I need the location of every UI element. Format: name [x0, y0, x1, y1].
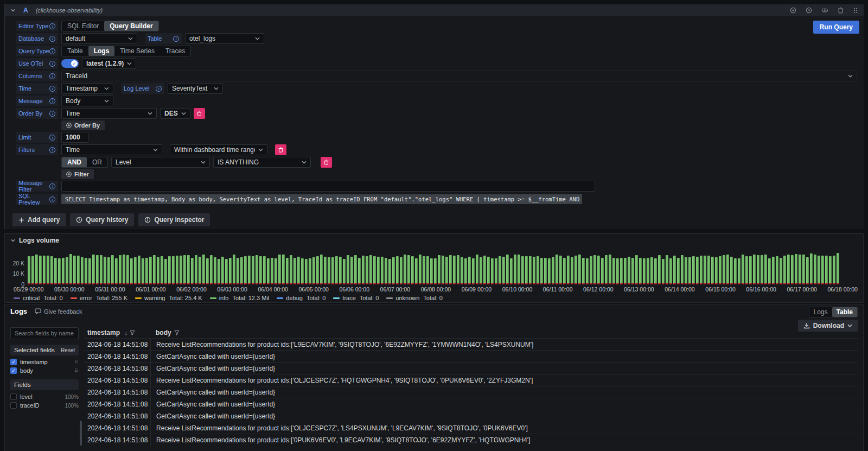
query-inspector-button[interactable]: Query inspector [138, 213, 210, 226]
filter-icon[interactable] [130, 330, 135, 335]
legend-item-unknown[interactable]: unknownTotal: 0 [386, 295, 443, 301]
volume-bar [301, 258, 304, 284]
fields-list: level 100% traceID 100% [10, 393, 79, 409]
sidebar-scrollbar[interactable] [80, 421, 82, 446]
otel-version-select[interactable]: latest (1.2.9) [82, 58, 136, 69]
hide-response-eye-icon[interactable] [821, 7, 828, 14]
drag-handle-icon[interactable]: ⠿ [74, 360, 79, 364]
view-table-option[interactable]: Table [832, 307, 857, 317]
log-table-row[interactable]: 2024-06-18 14:51:08 GetCartAsync called … [84, 398, 858, 410]
checkbox-checked[interactable]: ✓ [10, 359, 17, 365]
sort-desc-icon[interactable]: ↓ [124, 329, 127, 336]
y-tick-label: 20 K [12, 260, 24, 266]
info-icon[interactable]: i [49, 73, 55, 79]
info-icon[interactable]: i [49, 196, 55, 202]
sql-editor-option[interactable]: SQL Editor [62, 21, 104, 31]
log-table-row[interactable]: 2024-06-18 14:51:08 Receive ListRecommen… [84, 338, 858, 350]
info-icon[interactable]: i [49, 86, 55, 92]
or-option[interactable]: OR [87, 157, 107, 167]
give-feedback-link[interactable]: Give feedback [35, 308, 82, 315]
query-history-button[interactable]: Query history [70, 213, 134, 226]
volume-bar [806, 257, 809, 284]
info-icon[interactable]: i [49, 135, 55, 141]
checkbox-unchecked[interactable] [10, 402, 17, 409]
database-select[interactable]: default [61, 33, 137, 44]
remove-order-by-button[interactable] [194, 108, 205, 119]
table-select[interactable]: otel_logs [185, 33, 264, 44]
drag-handle-icon[interactable] [853, 7, 858, 14]
message-column-select[interactable]: Body [61, 96, 113, 106]
use-otel-toggle[interactable]: ✓ [61, 59, 79, 68]
run-query-button[interactable]: Run Query [813, 21, 859, 34]
use-otel-label: Use OTeli [16, 58, 58, 69]
volume-bar [305, 259, 308, 284]
info-icon[interactable]: i [49, 48, 55, 54]
add-order-by-button[interactable]: Order By [61, 120, 105, 130]
query-type-table[interactable]: Table [62, 46, 88, 56]
and-option[interactable]: AND [62, 157, 87, 167]
info-icon[interactable]: i [49, 23, 55, 29]
add-query-button[interactable]: Add query [12, 213, 66, 226]
info-icon[interactable]: i [49, 147, 55, 153]
legend-color-dash [210, 297, 216, 299]
remove-query-trash-icon[interactable] [838, 7, 844, 14]
remove-filter-button[interactable] [275, 144, 286, 155]
reset-fields-button[interactable]: Reset [61, 347, 75, 353]
message-filter-input[interactable] [61, 181, 595, 192]
order-by-field-select[interactable]: Time [61, 108, 157, 119]
time-column-select[interactable]: Timestamp [61, 83, 113, 94]
filter2-operator-select[interactable]: IS ANYTHING [213, 157, 311, 168]
legend-item-critical[interactable]: criticalTotal: 0 [14, 295, 63, 301]
legend-item-trace[interactable]: traceTotal: 0 [333, 295, 379, 301]
query-type-logs[interactable]: Logs [88, 46, 115, 56]
log-table-row[interactable]: 2024-06-18 14:51:08 Receive ListRecommen… [84, 434, 858, 446]
collapse-chevron-icon[interactable] [10, 8, 16, 13]
checkbox-unchecked[interactable] [10, 393, 17, 400]
legend-item-warning[interactable]: warningTotal: 25.4 K [135, 295, 202, 301]
checkbox-checked[interactable]: ✓ [10, 367, 17, 374]
volume-bar [366, 256, 368, 284]
order-direction-select[interactable]: DESC [160, 108, 190, 119]
volume-bar [123, 255, 125, 284]
log-level-select[interactable]: SeverityText [168, 83, 223, 94]
query-type-traces[interactable]: Traces [160, 46, 190, 56]
view-logs-option[interactable]: Logs [809, 307, 832, 317]
info-icon[interactable]: i [173, 36, 179, 42]
trash-icon [324, 160, 329, 165]
duplicate-query-icon[interactable] [790, 7, 796, 14]
log-table-row[interactable]: 2024-06-18 14:51:08 Receive ListRecommen… [84, 374, 858, 386]
history-icon[interactable] [806, 7, 812, 14]
info-icon[interactable]: i [49, 61, 55, 67]
add-filter-button[interactable]: Filter [61, 169, 94, 179]
info-icon[interactable]: i [49, 98, 55, 104]
remove-filter2-button[interactable] [321, 157, 332, 168]
query-builder-option[interactable]: Query Builder [104, 21, 158, 31]
filter2-field-select[interactable]: Level [111, 157, 210, 168]
query-editor-form: Editor Typei SQL Editor Query Builder Da… [5, 16, 864, 226]
info-icon[interactable]: i [49, 111, 55, 117]
log-table-row[interactable]: 2024-06-18 14:51:08 GetCartAsync called … [84, 410, 858, 422]
body-column-header[interactable]: body [150, 327, 858, 338]
drag-handle-icon[interactable]: ⠿ [74, 369, 79, 372]
search-fields-input[interactable] [10, 327, 79, 339]
volume-bar [161, 256, 163, 284]
timestamp-column-header[interactable]: timestamp ↓ [84, 329, 150, 336]
legend-item-error[interactable]: errorTotal: 255 K [71, 295, 127, 301]
filter-field-select[interactable]: Time [61, 144, 162, 155]
log-table-row[interactable]: 2024-06-18 14:51:08 GetCartAsync called … [84, 362, 858, 374]
log-table-row[interactable]: 2024-06-18 14:51:08 GetCartAsync called … [84, 386, 858, 398]
filter-icon[interactable] [174, 330, 180, 335]
query-type-timeseries[interactable]: Time Series [114, 46, 160, 56]
info-icon[interactable]: i [49, 36, 55, 42]
legend-item-info[interactable]: infoTotal: 12.3 Mil [210, 295, 270, 301]
log-table-row[interactable]: 2024-06-18 14:51:08 Receive ListRecommen… [84, 422, 858, 434]
info-icon[interactable]: i [156, 86, 162, 92]
info-icon[interactable]: i [49, 183, 55, 189]
limit-input[interactable] [61, 132, 88, 143]
log-table-row[interactable]: 2024-06-18 14:51:08 GetCartAsync called … [84, 350, 858, 362]
legend-item-debug[interactable]: debugTotal: 0 [277, 295, 326, 301]
columns-multiselect[interactable]: TraceId [61, 71, 857, 81]
filter-operator-select[interactable]: Within dashboard time range [170, 144, 267, 155]
y-tick-label: 10 K [12, 270, 24, 277]
logs-volume-header[interactable]: Logs volume [5, 234, 863, 247]
